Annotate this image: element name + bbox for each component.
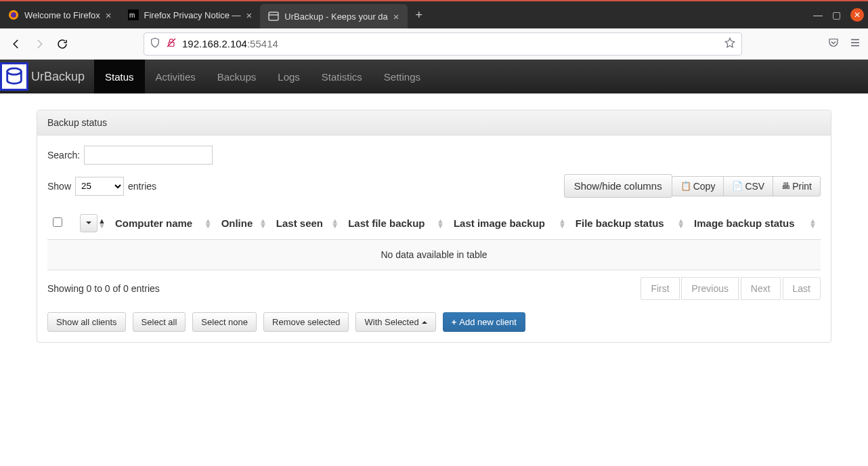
svg-point-1 [11,12,16,18]
copy-button[interactable]: 📋Copy [672,176,724,196]
col-online[interactable]: Online▲▼ [216,207,271,240]
show-hide-columns-button[interactable]: Show/hide columns [564,174,672,198]
search-label: Search: [47,150,80,161]
page-first[interactable]: First [641,277,679,300]
remove-selected-button[interactable]: Remove selected [263,312,349,332]
new-tab-button[interactable]: + [408,3,431,28]
url-port: :55414 [247,38,278,49]
length-row: Show 25 entries Show/hide columns 📋Copy … [47,174,821,198]
search-row: Search: [47,146,821,165]
close-icon[interactable]: × [246,10,253,20]
csv-button[interactable]: 📄CSV [723,176,773,196]
firefox-icon [8,9,19,20]
nav-activities[interactable]: Activities [145,60,207,93]
page-length-select[interactable]: 25 [75,177,124,196]
dropdown-icon[interactable] [80,214,97,232]
tab-title: UrBackup - Keeps your da [284,12,387,22]
show-label-pre: Show [47,181,71,192]
svg-rect-4 [269,12,278,20]
close-icon[interactable]: × [393,12,399,22]
window-controls: — ▢ ✕ [813,1,868,28]
reload-button[interactable] [53,35,72,54]
tab-title: Firefox Privacy Notice — [144,10,241,20]
page-prev[interactable]: Previous [681,277,738,300]
pagination: First Previous Next Last [641,277,821,300]
browser-tab[interactable]: m Firefox Privacy Notice — × [120,1,261,28]
col-last-file-backup[interactable]: Last file backup▲▼ [343,207,448,240]
table-empty-text: No data available in table [47,240,821,270]
show-label-post: entries [128,181,156,192]
table-empty-row: No data available in table [47,240,821,270]
browser-tab[interactable]: Welcome to Firefox × [0,1,120,28]
svg-point-11 [7,68,22,75]
table-footer: Showing 0 to 0 of 0 entries First Previo… [47,270,821,312]
col-last-image-backup[interactable]: Last image backup▲▼ [448,207,570,240]
nav-settings[interactable]: Settings [373,60,431,93]
url-text: 192.168.2.104:55414 [182,38,718,49]
export-group: 📋Copy 📄CSV 🖶Print [672,176,821,196]
nav-logs[interactable]: Logs [267,60,311,93]
col-computer-name[interactable]: Computer name▲▼ [110,207,216,240]
select-all-button[interactable]: Select all [133,312,186,332]
status-table: ▲▼ Computer name▲▼ Online▲▼ Last seen▲▼ … [47,207,821,270]
plus-icon: + [452,317,457,327]
nav-backups[interactable]: Backups [207,60,267,93]
select-all-checkbox[interactable] [53,217,62,227]
pocket-icon[interactable] [827,37,840,51]
url-host: 192.168.2.104 [182,38,247,49]
minimize-icon[interactable]: — [813,9,823,20]
tab-title: Welcome to Firefox [24,10,100,20]
brand[interactable]: UrBackup [0,60,94,93]
page-container: Backup status Search: Show 25 entries Sh… [0,93,868,359]
show-all-clients-button[interactable]: Show all clients [47,312,126,332]
actions-header[interactable]: ▲▼ [74,207,110,240]
panel-body: Search: Show 25 entries Show/hide column… [37,135,831,342]
maximize-icon[interactable]: ▢ [832,9,841,20]
col-last-seen[interactable]: Last seen▲▼ [271,207,343,240]
browser-tabstrip: Welcome to Firefox × m Firefox Privacy N… [0,0,868,28]
with-selected-button[interactable]: With Selected [355,312,435,332]
page-icon [268,11,279,22]
panel-heading: Backup status [37,110,831,135]
mozilla-icon: m [128,9,139,20]
insecure-lock-icon[interactable] [166,37,177,50]
svg-text:m: m [129,12,135,19]
file-icon: 📄 [732,181,743,191]
nav-status[interactable]: Status [94,60,145,93]
col-image-backup-status[interactable]: Image backup status▲▼ [689,207,821,240]
forward-button[interactable] [30,35,49,54]
copy-icon: 📋 [680,181,691,191]
print-button[interactable]: 🖶Print [773,176,821,196]
page-next[interactable]: Next [741,277,781,300]
print-icon: 🖶 [781,181,790,191]
browser-tab-active[interactable]: UrBackup - Keeps your da × [260,4,407,28]
app-navbar: UrBackup Status Activities Backups Logs … [0,60,868,93]
page-last[interactable]: Last [783,277,821,300]
urbackup-logo-icon [0,62,28,91]
brand-text: UrBackup [31,70,85,84]
caret-up-icon [422,318,427,324]
select-all-header [47,207,74,240]
app-menu-icon[interactable] [849,37,861,51]
search-input[interactable] [84,146,213,165]
back-button[interactable] [7,35,26,54]
col-file-backup-status[interactable]: File backup status▲▼ [570,207,689,240]
select-none-button[interactable]: Select none [192,312,257,332]
close-icon[interactable]: × [106,10,112,20]
backup-status-panel: Backup status Search: Show 25 entries Sh… [37,110,831,343]
table-info: Showing 0 to 0 of 0 entries [47,283,160,294]
action-row: Show all clients Select all Select none … [47,312,821,332]
nav-statistics[interactable]: Statistics [311,60,373,93]
shield-icon[interactable] [150,37,160,50]
bookmark-star-icon[interactable] [724,37,736,51]
window-close-icon[interactable]: ✕ [850,8,864,22]
add-new-client-button[interactable]: +Add new client [443,312,525,332]
url-bar[interactable]: 192.168.2.104:55414 [144,33,742,56]
browser-toolbar: 192.168.2.104:55414 [0,28,868,60]
